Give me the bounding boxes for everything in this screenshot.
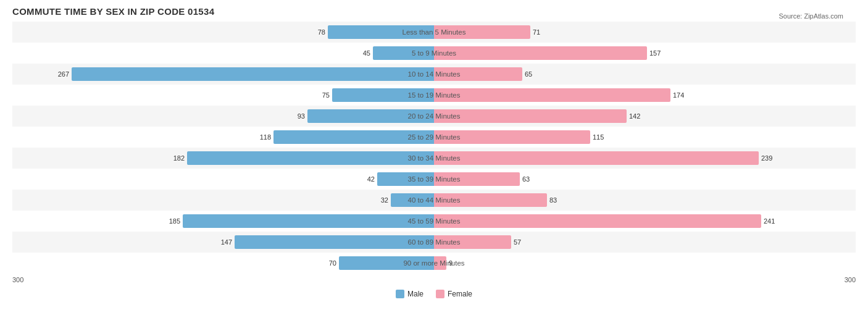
male-value: 93 [298,112,305,120]
female-value: 65 [525,70,532,78]
female-value: 241 [764,217,775,225]
male-value: 118 [260,133,271,141]
legend-male-label: Male [407,290,424,298]
male-value: 147 [221,238,232,246]
chart-row: 118 25 to 29 Minutes 115 [12,127,856,148]
chart-row: 93 20 to 24 Minutes 142 [12,106,856,127]
chart-row: 32 40 to 44 Minutes 83 [12,190,856,211]
chart-row: 75 15 to 19 Minutes 174 [12,85,856,106]
legend: Male Female [12,290,856,298]
legend-male: Male [396,290,424,298]
chart-row: 70 90 or more Minutes 9 [12,253,856,274]
female-value: 71 [533,28,540,36]
axis-right: 300 [845,276,856,283]
chart-row: 78 Less than 5 Minutes 71 [12,22,856,43]
male-value: 267 [58,70,69,78]
chart-row: 147 60 to 89 Minutes 57 [12,232,856,253]
female-value: 63 [522,175,530,183]
female-value: 174 [673,91,684,99]
female-value: 239 [761,154,772,162]
chart-row: 182 30 to 34 Minutes 239 [12,148,856,169]
chart-row: 185 45 to 59 Minutes 241 [12,211,856,232]
male-value: 32 [381,196,388,204]
male-value: 75 [322,91,330,99]
male-value: 45 [363,49,370,57]
chart-row: 42 35 to 39 Minutes 63 [12,169,856,190]
male-value: 78 [318,28,325,36]
chart-row: 45 5 to 9 Minutes 157 [12,43,856,64]
female-value: 9 [449,259,453,267]
source-label: Source: ZipAtlas.com [778,12,843,20]
male-value: 182 [173,154,185,162]
female-value: 83 [549,196,557,204]
male-value: 185 [169,217,180,225]
legend-female: Female [436,290,472,298]
male-value: 70 [329,259,336,267]
female-value: 57 [514,238,521,246]
female-value: 142 [629,112,640,120]
legend-female-label: Female [448,290,472,298]
male-value: 42 [367,175,375,183]
chart-title: COMMUTE TIME BY SEX IN ZIP CODE 01534 [12,6,856,17]
chart-area: 78 Less than 5 Minutes 71 45 [12,22,856,274]
axis-left: 300 [12,276,23,283]
female-value: 157 [649,49,661,57]
female-value: 115 [593,133,604,141]
chart-row: 267 10 to 14 Minutes 65 [12,64,856,85]
